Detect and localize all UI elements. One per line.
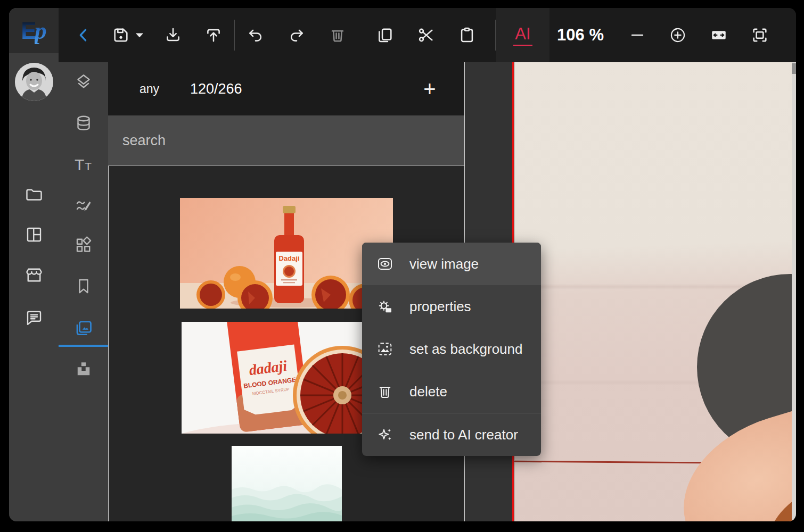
- layout-icon: [24, 225, 44, 244]
- menu-item-delete[interactable]: delete: [362, 370, 541, 413]
- zoom-out-button[interactable]: [622, 8, 652, 62]
- caret-down-icon: [130, 26, 149, 44]
- scrollbar-thumb[interactable]: [792, 63, 796, 74]
- folder-icon: [24, 185, 44, 204]
- delete-button[interactable]: [323, 8, 352, 62]
- save-icon: [112, 26, 130, 44]
- media-search-bar: [108, 115, 464, 166]
- menu-item-label: set as background: [409, 341, 522, 358]
- media-filter-dropdown[interactable]: any: [140, 62, 159, 115]
- fit-width-button[interactable]: [704, 8, 734, 62]
- avatar-portrait: [15, 63, 53, 101]
- import-drop-icon: [74, 360, 93, 379]
- chat-icon: [24, 308, 44, 327]
- tool-rail: TT: [59, 62, 108, 521]
- photo-red-cord: [514, 461, 702, 463]
- sidebar-item-comments[interactable]: [9, 303, 59, 332]
- copy-icon: [376, 26, 394, 44]
- plus-circle-icon: [669, 26, 687, 44]
- menu-item-label: properties: [409, 298, 471, 315]
- tab-shapes[interactable]: [59, 230, 108, 261]
- duplicate-button[interactable]: [370, 8, 400, 62]
- image-frame-icon: [376, 340, 393, 358]
- database-icon: [74, 114, 93, 133]
- ai-button[interactable]: AI: [496, 8, 549, 62]
- app-window: AI 106 %: [9, 8, 796, 521]
- menu-item-label: view image: [409, 256, 479, 272]
- search-input[interactable]: [122, 115, 442, 166]
- back-button[interactable]: [69, 8, 99, 62]
- download-icon: [164, 26, 182, 44]
- paste-button[interactable]: [452, 8, 482, 62]
- ai-label: AI: [513, 24, 532, 46]
- tab-layers[interactable]: [59, 66, 108, 97]
- clipboard-icon: [458, 26, 476, 44]
- fit-screen-button[interactable]: [745, 8, 775, 62]
- tab-draw[interactable]: [59, 190, 108, 221]
- save-options-button[interactable]: [130, 8, 149, 62]
- trash-icon: [376, 383, 393, 400]
- media-thumbnail-dadaji-closeup[interactable]: dadaji BLOOD ORANGE MOCCTAIL SYRUP: [182, 322, 393, 434]
- pen-scribble-icon: [74, 196, 93, 215]
- undo-button[interactable]: [241, 8, 270, 62]
- sidebar-item-store[interactable]: [9, 260, 59, 290]
- trash-icon: [329, 26, 347, 44]
- left-rail: [9, 8, 59, 521]
- logo-letter-p: p: [35, 16, 47, 45]
- eye-icon: [376, 255, 393, 272]
- upload-icon: [204, 26, 223, 44]
- app-logo: Ep: [9, 8, 59, 53]
- canvas-page[interactable]: [514, 62, 794, 521]
- bookmark-icon: [74, 277, 93, 296]
- active-tab-indicator: [59, 345, 108, 347]
- images-icon: [74, 318, 93, 337]
- shapes-icon: [74, 236, 93, 255]
- download-button[interactable]: [158, 8, 188, 62]
- tab-images[interactable]: [59, 312, 108, 343]
- avatar[interactable]: [15, 63, 53, 101]
- properties-gear-icon: [376, 298, 393, 315]
- menu-item-set-as-background[interactable]: set as background: [362, 328, 541, 370]
- toolbar-separator: [495, 20, 496, 51]
- media-panel-header: any 120/266 +: [108, 62, 464, 115]
- tab-text[interactable]: TT: [59, 149, 108, 180]
- tab-bookmarks[interactable]: [59, 271, 108, 302]
- thumb1-brand-text: Dadaji: [278, 254, 299, 262]
- top-toolbar: AI 106 %: [59, 8, 796, 62]
- sidebar-item-layout[interactable]: [9, 220, 59, 250]
- media-counter: 120/266: [190, 62, 242, 115]
- redo-button[interactable]: [282, 8, 311, 62]
- chevron-left-icon: [75, 26, 93, 44]
- zoom-level-value: 106 %: [549, 8, 611, 62]
- store-icon: [24, 265, 44, 285]
- add-media-button[interactable]: +: [415, 62, 445, 115]
- menu-item-send-to-ai-creator[interactable]: send to AI creator: [362, 413, 541, 456]
- layers-icon: [74, 72, 93, 92]
- upload-button[interactable]: [199, 8, 228, 62]
- tab-data[interactable]: [59, 108, 108, 139]
- fit-width-icon: [710, 26, 728, 44]
- toolbar-separator: [234, 20, 235, 51]
- undo-icon: [247, 26, 265, 44]
- scissors-icon: [417, 26, 435, 44]
- media-thumbnail-mint-waves[interactable]: [232, 446, 342, 521]
- logo-letter-e: E: [21, 18, 35, 44]
- menu-item-properties[interactable]: properties: [362, 285, 541, 328]
- redo-icon: [288, 26, 306, 44]
- sidebar-item-files[interactable]: [9, 179, 59, 209]
- minus-icon: [628, 26, 646, 44]
- text-tool-icon: TT: [75, 156, 92, 174]
- cut-button[interactable]: [411, 8, 441, 62]
- menu-item-label: delete: [409, 384, 447, 400]
- sparkles-icon: [376, 426, 393, 443]
- image-context-menu: view image properties set as background …: [362, 243, 541, 456]
- media-thumbnail-dadaji-scene[interactable]: Dadaji: [180, 198, 393, 309]
- menu-item-label: send to AI creator: [409, 427, 518, 443]
- fit-screen-icon: [751, 26, 769, 44]
- menu-item-view-image[interactable]: view image: [362, 243, 541, 285]
- zoom-in-button[interactable]: [663, 8, 693, 62]
- tab-import[interactable]: [59, 354, 108, 385]
- canvas-vertical-scrollbar[interactable]: [792, 62, 796, 521]
